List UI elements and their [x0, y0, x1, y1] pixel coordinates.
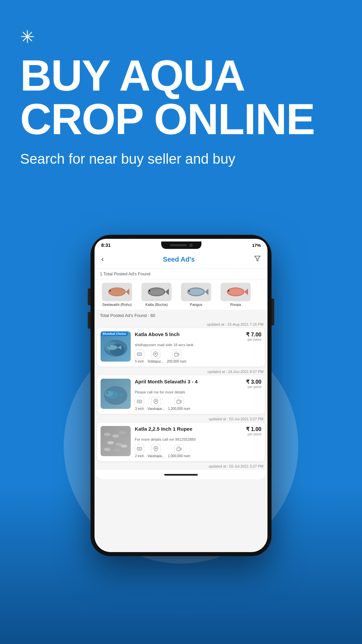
product-desc-2: Please call me for more details [135, 390, 261, 394]
svg-marker-17 [244, 288, 248, 295]
product-name-1: Katla Above 5 Inch [135, 331, 180, 337]
hero-subtitle: Search for near buy seller and buy [20, 151, 342, 167]
svg-marker-8 [165, 288, 169, 295]
star-icon: ✳ [20, 27, 342, 47]
notch [161, 241, 201, 249]
quantity-icon [172, 350, 181, 359]
updated-at-3: updated at : 02-Jul-2021 3:27 PM [95, 415, 267, 423]
svg-point-7 [149, 288, 164, 295]
fish-category-rohu[interactable]: Seelavathi (Rohu) [97, 283, 137, 307]
svg-point-49 [119, 431, 126, 434]
tag-size-1: 5 inch [135, 350, 144, 363]
updated-at-bottom: updated at : 02-Jul-2021 3:27 PM [95, 463, 267, 470]
product-image-3 [101, 426, 131, 456]
home-indicator[interactable] [95, 470, 267, 479]
bluedeal-badge: Bluedeal Choice [101, 331, 128, 336]
svg-point-50 [107, 441, 114, 444]
svg-point-4 [110, 290, 111, 291]
product-card-1[interactable]: Bluedeal Choice Katla Above 5 Inch [97, 328, 265, 367]
product-price-unit-2: per peice [246, 385, 261, 389]
fish-cat-label: Katla (Bocha) [145, 303, 168, 307]
total-found-bar: 1 Total Posted Ad's Found [95, 269, 267, 279]
tag-quantity-2: 1,200,000 num [168, 397, 190, 411]
tag-location-3: Varahapa... [147, 444, 165, 458]
filter-icon[interactable] [254, 255, 261, 264]
svg-point-29 [155, 353, 156, 355]
tag-quantity-1: 200,000 num [167, 350, 186, 363]
svg-point-9 [149, 290, 150, 291]
svg-marker-3 [126, 288, 129, 295]
product-name-2: April Month Selavathi 3 - 4 [135, 379, 198, 385]
fish-category-katla[interactable]: Katla (Bocha) [137, 283, 176, 307]
svg-point-48 [112, 434, 119, 438]
product-card-2[interactable]: April Month Selavathi 3 - 4 ₹ 3.00 per p… [97, 375, 265, 414]
svg-marker-0 [255, 256, 260, 261]
svg-point-52 [104, 448, 111, 451]
size-icon [135, 350, 144, 359]
svg-point-42 [155, 400, 157, 402]
app-bar: ‹ Seed Ad's [95, 250, 267, 269]
product-price-3: ₹ 1.00 [246, 426, 261, 432]
svg-point-2 [109, 288, 125, 295]
updated-at-2: updated at : 24-Jun-2021 8:57 PM [95, 368, 267, 375]
svg-point-54 [121, 444, 127, 448]
quantity-icon-2 [174, 397, 184, 406]
fish-category-pangus[interactable]: Pangus [176, 283, 216, 307]
product-price-1: ₹ 7.00 [246, 331, 261, 338]
fish-categories: Seelavathi (Rohu) Katla (Bocha) [95, 279, 267, 310]
fish-cat-label: Roopa [230, 303, 241, 307]
product-info-2: April Month Selavathi 3 - 4 ₹ 3.00 per p… [135, 379, 261, 411]
svg-point-37 [107, 393, 108, 394]
product-card-3[interactable]: Katla 2,2.5 Inch 1 Rupee ₹ 1.00 per peic… [97, 423, 265, 461]
status-battery: 17% [252, 243, 261, 248]
tag-size-3: 2 inch [135, 444, 144, 458]
updated-at-1: updated at : 15-Aug-2021 7:16 PM [95, 321, 267, 328]
fish-category-roopa[interactable]: Roopa [216, 283, 255, 307]
tag-location-2: Varahapa... [147, 397, 165, 411]
svg-point-53 [114, 448, 121, 452]
quantity-icon-3 [174, 444, 184, 453]
location-icon-3 [151, 444, 161, 453]
svg-point-36 [105, 391, 113, 396]
status-bar: 8:31 17% [95, 239, 267, 250]
location-icon-2 [151, 397, 161, 406]
svg-point-13 [189, 290, 190, 292]
location-icon [151, 350, 160, 359]
product-price-unit-1: per peice [246, 338, 261, 341]
back-button[interactable]: ‹ [101, 255, 104, 264]
svg-point-59 [155, 448, 157, 449]
svg-point-24 [109, 346, 110, 347]
product-price-2: ₹ 3.00 [246, 379, 261, 385]
svg-rect-46 [101, 426, 131, 456]
svg-point-18 [228, 290, 230, 291]
svg-point-16 [228, 288, 243, 295]
total-ads-row: Total Posted Ad's Found : 60 [95, 310, 267, 321]
tag-size-2: 3 inch [135, 397, 144, 411]
app-bar-title: Seed Ad's [163, 256, 195, 263]
svg-marker-12 [205, 288, 208, 295]
fish-cat-label: Seelavathi (Rohu) [102, 303, 132, 307]
svg-point-47 [104, 433, 111, 436]
product-info-1: Katla Above 5 Inch ₹ 7.00 per peice shid… [135, 331, 261, 363]
product-desc-1: shidhapuram road side 18 acrs tank [135, 343, 261, 347]
product-image-1: Bluedeal Choice [101, 331, 131, 362]
tag-location-1: Siddapur... [147, 350, 164, 363]
svg-point-11 [188, 288, 204, 295]
size-icon-2 [135, 397, 144, 406]
hero-title: BUY AQUA CROP ONLINE [20, 54, 342, 141]
volume-down-button[interactable] [88, 312, 90, 329]
svg-point-22 [107, 345, 117, 350]
product-name-3: Katla 2,2.5 Inch 1 Rupee [135, 426, 192, 432]
tag-quantity-3: 1,000,000 num [168, 444, 190, 458]
phone-screen: ‹ Seed Ad's 1 Total Posted Ad's Found [95, 250, 267, 552]
volume-up-button[interactable] [88, 288, 90, 305]
status-time: 8:31 [101, 243, 111, 248]
product-info-3: Katla 2,2.5 Inch 1 Rupee ₹ 1.00 per peic… [135, 426, 261, 458]
product-image-2 [101, 379, 131, 409]
power-button[interactable] [272, 299, 274, 325]
product-desc-3: For more details call me 9912552889 [135, 437, 261, 441]
product-price-unit-3: per peice [246, 432, 261, 436]
fish-cat-label: Pangus [190, 303, 202, 307]
size-icon-3 [135, 444, 144, 453]
